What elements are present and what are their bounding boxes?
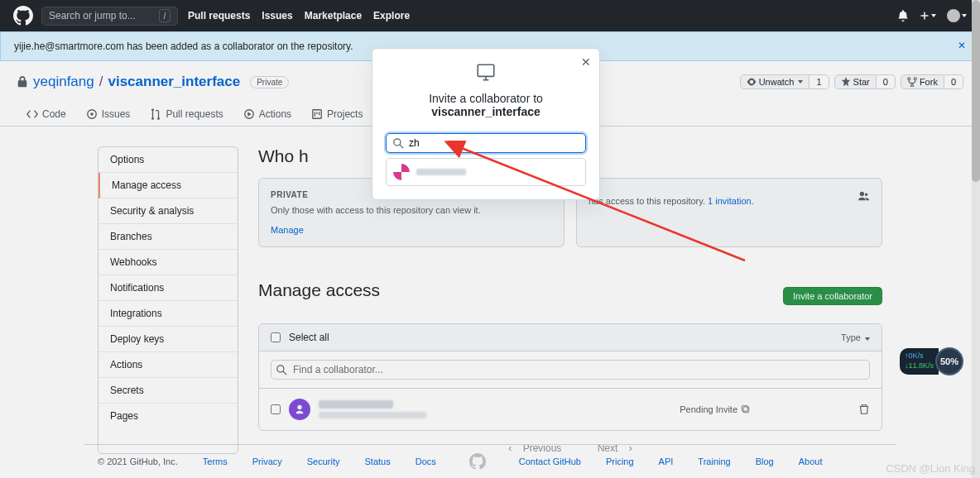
download-speed: ↓11.8K/s [905, 361, 934, 371]
tab-issues[interactable]: Issues [76, 103, 141, 126]
repo-name-link[interactable]: viscanner_interface [108, 74, 240, 90]
type-filter-dropdown[interactable]: Type [841, 332, 870, 342]
sidebar-item-integrations[interactable]: Integrations [98, 301, 238, 327]
modal-close-button[interactable]: ✕ [581, 55, 591, 69]
list-header: Select all Type [259, 324, 882, 351]
search-result-item[interactable] [386, 158, 586, 186]
nav-issues[interactable]: Issues [262, 10, 292, 22]
svg-rect-6 [478, 65, 494, 76]
play-icon [243, 108, 255, 120]
flash-message: yijie.he@smartmore.com has been added as… [14, 41, 353, 52]
header-right [897, 9, 967, 22]
svg-rect-4 [743, 407, 749, 413]
repo-owner-link[interactable]: yeqinfang [33, 74, 94, 90]
nav-pull-requests[interactable]: Pull requests [188, 10, 250, 22]
collaborator-search-input[interactable] [409, 137, 579, 149]
footer-security[interactable]: Security [307, 456, 340, 466]
result-name [416, 169, 466, 175]
trash-icon[interactable] [858, 404, 870, 415]
footer-blog[interactable]: Blog [756, 456, 774, 466]
fork-button[interactable]: Fork 0 [901, 74, 963, 89]
footer-training[interactable]: Training [698, 456, 730, 466]
people-icon [858, 190, 870, 202]
sidebar-item-actions[interactable]: Actions [98, 352, 238, 378]
repo-title: yeqinfang / viscanner_interface Private [17, 74, 289, 90]
scrollbar-thumb[interactable] [972, 0, 980, 182]
sidebar-item-secrets[interactable]: Secrets [98, 378, 238, 404]
global-search-input[interactable]: Search or jump to... / [41, 7, 178, 26]
scrollbar-track[interactable] [972, 0, 980, 478]
result-avatar-icon [393, 164, 410, 180]
search-icon [276, 365, 287, 375]
footer-docs[interactable]: Docs [416, 456, 436, 466]
github-logo-icon[interactable] [13, 6, 33, 26]
footer-status[interactable]: Status [365, 456, 391, 466]
slash-key-icon: / [159, 9, 171, 22]
manage-link[interactable]: Manage [271, 225, 304, 235]
tab-code[interactable]: Code [17, 103, 76, 126]
tab-pulls[interactable]: Pull requests [140, 103, 233, 126]
invite-collaborator-modal: ✕ Invite a collaborator to viscanner_int… [372, 48, 600, 200]
star-icon [841, 77, 851, 87]
pending-invite-badge: Pending Invite [680, 404, 751, 414]
nav-explore[interactable]: Explore [373, 10, 410, 22]
invite-collaborator-button[interactable]: Invite a collaborator [783, 287, 882, 305]
project-icon [311, 108, 323, 120]
row-checkbox[interactable] [271, 404, 281, 414]
collaborators-list: Select all Type Pending Invite [258, 323, 882, 431]
access-summary-card: has access to this repository. 1 invitat… [576, 178, 882, 247]
footer-privacy[interactable]: Privacy [252, 456, 282, 466]
github-mark-icon[interactable] [469, 453, 486, 470]
upload-speed: ↑0K/s [905, 351, 934, 361]
copy-icon[interactable] [741, 404, 751, 414]
desktop-icon [475, 62, 497, 84]
invitation-link[interactable]: 1 invitation. [708, 196, 754, 206]
footer-terms[interactable]: Terms [203, 456, 228, 466]
sidebar-item-webhooks[interactable]: Webhooks [98, 250, 238, 275]
plus-menu[interactable] [920, 11, 936, 21]
user-menu[interactable] [947, 9, 967, 22]
search-icon [393, 138, 404, 149]
sidebar-item-security-analysis[interactable]: Security & analysis [98, 198, 238, 224]
star-button[interactable]: Star 0 [834, 74, 896, 89]
modal-search-box[interactable] [386, 133, 586, 153]
footer-api[interactable]: API [659, 456, 674, 466]
tab-projects[interactable]: Projects [301, 103, 372, 126]
visibility-text: Only those with access to this repositor… [271, 204, 552, 217]
settings-sidebar: Options Manage access Security & analysi… [98, 146, 238, 454]
footer-pricing[interactable]: Pricing [606, 456, 634, 466]
find-collaborator-input[interactable] [271, 360, 870, 380]
sidebar-item-notifications[interactable]: Notifications [98, 275, 238, 301]
sidebar-item-manage-access[interactable]: Manage access [98, 173, 238, 198]
global-header: Search or jump to... / Pull requests Iss… [0, 0, 980, 31]
svg-rect-5 [742, 406, 748, 412]
collaborator-info [319, 400, 426, 418]
collaborator-row: Pending Invite [259, 389, 882, 430]
copyright: © 2021 GitHub, Inc. [98, 456, 178, 466]
eye-icon [747, 77, 757, 87]
select-all-checkbox[interactable] [271, 332, 281, 342]
footer-contact[interactable]: Contact GitHub [519, 456, 581, 466]
select-all-label: Select all [289, 332, 329, 343]
sidebar-item-deploy-keys[interactable]: Deploy keys [98, 327, 238, 352]
sidebar-item-branches[interactable]: Branches [98, 224, 238, 250]
flash-close-button[interactable]: ✕ [958, 40, 966, 51]
fork-icon [907, 77, 917, 87]
sidebar-item-options[interactable]: Options [98, 147, 238, 173]
footer-about[interactable]: About [799, 456, 823, 466]
watermark: CSDN @Lion King [886, 462, 975, 475]
modal-title: Invite a collaborator to viscanner_inter… [386, 92, 586, 118]
visibility-badge: Private [250, 76, 289, 88]
tab-actions[interactable]: Actions [233, 103, 301, 126]
search-placeholder: Search or jump to... [49, 10, 136, 22]
bell-icon[interactable] [897, 10, 909, 22]
list-search-row [259, 351, 882, 389]
code-icon [26, 108, 38, 120]
issue-icon [86, 108, 98, 120]
unwatch-button[interactable]: Unwatch 1 [740, 74, 829, 89]
nav-marketplace[interactable]: Marketplace [305, 10, 362, 22]
sidebar-item-pages[interactable]: Pages [98, 404, 238, 428]
path-separator: / [99, 74, 103, 90]
nav-links: Pull requests Issues Marketplace Explore [188, 10, 410, 22]
speed-percentage: 50% [935, 347, 963, 375]
